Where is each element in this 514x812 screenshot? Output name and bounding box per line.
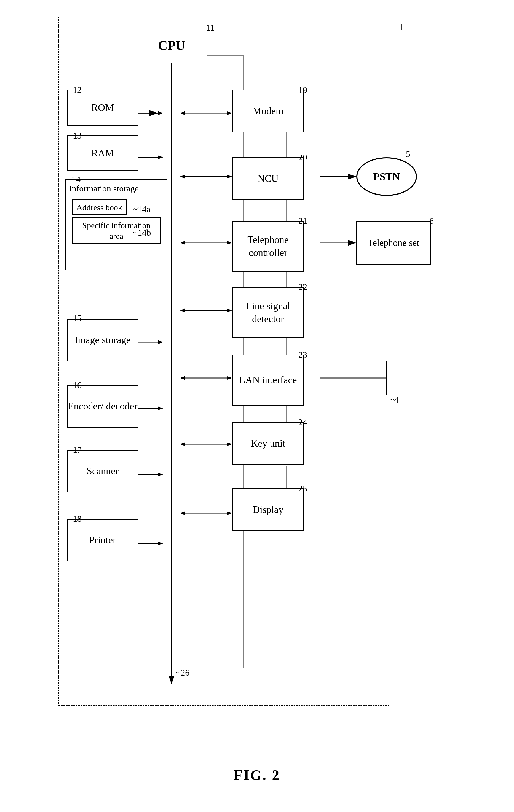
diagram: 1 [50, 11, 464, 756]
label-1: 1 [399, 22, 403, 32]
label-24: 24 [298, 417, 307, 427]
label-14: 14 [72, 174, 81, 184]
cpu-box: CPU [136, 28, 207, 63]
label-12: 12 [73, 85, 82, 95]
label-20: 20 [298, 152, 307, 163]
key-unit-box: Key unit [232, 422, 304, 465]
label-15: 15 [73, 313, 82, 323]
telephone-controller-box: Telephone controller [232, 221, 304, 272]
label-26: ~26 [176, 668, 189, 678]
label-19: 19 [298, 85, 307, 95]
image-storage-box: Image storage [67, 319, 139, 361]
label-23: 23 [298, 350, 307, 360]
label-11: 11 [206, 23, 215, 33]
label-4: ~4 [389, 395, 398, 405]
label-14b: ~14b [133, 228, 151, 238]
label-22: 22 [298, 282, 307, 292]
label-21: 21 [298, 216, 307, 226]
modem-box: Modem [232, 90, 304, 133]
label-25: 25 [298, 484, 307, 494]
info-storage-box: Information storage Address book Specifi… [65, 179, 168, 270]
ncu-box: NCU [232, 157, 304, 200]
encoder-decoder-box: Encoder/ decoder [67, 385, 139, 428]
lan-interface-box: LAN interface [232, 354, 304, 406]
pstn-ellipse: PSTN [356, 157, 417, 196]
label-18: 18 [73, 514, 82, 524]
figure-caption: FIG. 2 [234, 767, 280, 783]
address-book-box: Address book [72, 200, 127, 215]
label-5: 5 [406, 149, 410, 159]
telephone-set-box: Telephone set [356, 221, 431, 265]
line-signal-detector-box: Line signal detector [232, 287, 304, 338]
label-6: 6 [429, 216, 434, 226]
label-14a: ~14a [133, 204, 151, 214]
scanner-box: Scanner [67, 450, 139, 493]
label-17: 17 [73, 445, 82, 455]
label-16: 16 [73, 380, 82, 390]
display-box: Display [232, 488, 304, 531]
printer-box: Printer [67, 519, 139, 561]
label-13: 13 [73, 130, 82, 141]
